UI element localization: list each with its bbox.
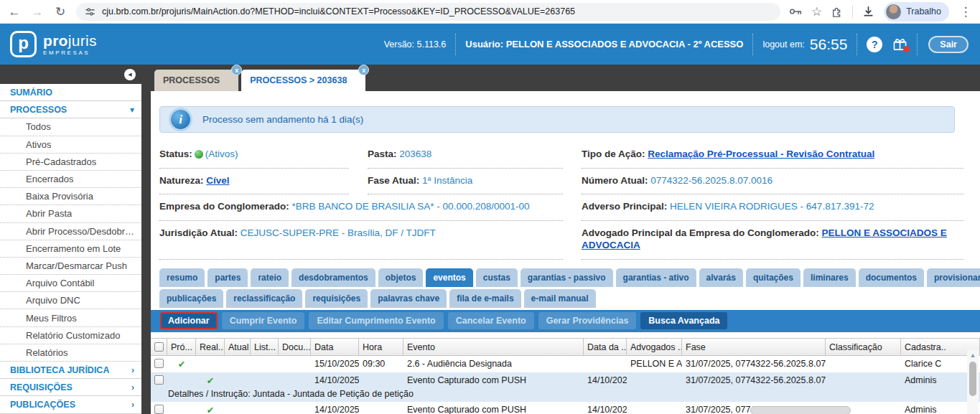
column-header-pr[interactable]: Pró...: [167, 338, 196, 356]
sidebar-item-label: Encerramento em Lote: [26, 243, 121, 254]
busca-avancada-button[interactable]: Busca Avançada: [640, 312, 727, 329]
cell-documento: [279, 372, 311, 389]
subtab-quitacoes[interactable]: quitações: [746, 268, 801, 287]
subtab-desdobramentos[interactable]: desdobramentos: [291, 268, 375, 287]
bookmark-star-icon[interactable]: ☆: [811, 6, 822, 18]
sidebar-item-marcar-desmarcar-push[interactable]: Marcar/Desmarcar Push: [0, 258, 141, 275]
subtab-partes[interactable]: partes: [207, 268, 248, 287]
sidebar-item-sumario[interactable]: SUMÁRIO: [0, 84, 141, 101]
column-header-docu[interactable]: Docu...: [279, 338, 311, 356]
subtab-publicacoes[interactable]: publicações: [159, 289, 223, 308]
column-header-select[interactable]: [151, 338, 167, 356]
subtab-documentos[interactable]: documentos: [859, 268, 924, 287]
user-text: Usuário: PELLON E ASSOCIADOS E ADVOCACIA…: [465, 39, 743, 50]
sidebar-item-pre-cadastrados[interactable]: Pré-Cadastrados: [0, 154, 141, 171]
sidebar-item-encerrados[interactable]: Encerrados: [0, 171, 141, 188]
sidebar-item-arquivo-contabil[interactable]: Arquivo Contábil: [0, 275, 141, 292]
address-bar[interactable]: cju.brb.com.br/projuris/MainAction.do?ME…: [76, 3, 780, 21]
subtab-palavras-chave[interactable]: palavras chave: [370, 289, 447, 308]
subtab-eventos[interactable]: eventos: [426, 268, 472, 287]
sair-button[interactable]: Sair: [928, 36, 969, 53]
chevron-down-icon: ▾: [130, 105, 134, 115]
reload-icon[interactable]: ↻: [53, 6, 67, 18]
subtab-garantias-passivo[interactable]: garantias - passivo: [521, 268, 613, 287]
subtab-provisionamento[interactable]: provisionamento: [927, 268, 980, 287]
divider: [857, 34, 857, 55]
column-header-fase[interactable]: Fase: [682, 338, 826, 356]
field-value: CEJUSC-SUPER-PRE - Brasília, DF / TJDFT: [241, 227, 436, 238]
row-checkbox[interactable]: [154, 359, 164, 368]
column-header-real[interactable]: Real...: [196, 338, 225, 356]
tab-processos[interactable]: PROCESSOSx: [154, 70, 238, 91]
column-header-classifica-o[interactable]: Classificação: [826, 338, 901, 356]
field-label: Número Atual:: [582, 175, 648, 186]
chevron-right-icon: ›: [131, 365, 134, 375]
subtab-rateio[interactable]: rateio: [251, 268, 289, 287]
natureza-link[interactable]: Cível: [206, 175, 229, 186]
column-header-hora[interactable]: Hora: [359, 338, 403, 356]
adicionar-button[interactable]: Adicionar: [160, 312, 218, 329]
sidebar-item-relatorio-customizado[interactable]: Relatório Customizado: [0, 327, 141, 344]
download-icon[interactable]: [862, 6, 874, 18]
cell-hora: 09:30: [359, 356, 403, 372]
subtab-email-manual[interactable]: e-mail manual: [524, 289, 596, 308]
subtab-liminares[interactable]: liminares: [803, 268, 856, 287]
process-details: Status:(Ativos) Pasta: 203638 Tipo de Aç…: [159, 142, 963, 260]
row-checkbox[interactable]: [154, 405, 164, 414]
close-tab-icon[interactable]: x: [358, 65, 369, 75]
sidebar-item-processos[interactable]: PROCESSOS▾: [0, 101, 141, 118]
subtab-garantias-ativo[interactable]: garantias - ativo: [616, 268, 696, 287]
sidebar-item-meus-filtros[interactable]: Meus Filtros: [0, 309, 141, 326]
content-row: ◀ SUMÁRIOPROCESSOS▾TodosAtivosPré-Cadast…: [0, 65, 980, 414]
sidebar-item-requisicoes[interactable]: REQUISIÇÕES›: [0, 379, 141, 396]
browser-profile[interactable]: Trabalho: [884, 2, 949, 22]
sidebar-nav: SUMÁRIOPROCESSOS▾TodosAtivosPré-Cadastra…: [0, 84, 141, 414]
back-icon[interactable]: ←: [7, 6, 22, 18]
sidebar-item-todos[interactable]: Todos: [0, 118, 141, 136]
sidebar-item-encerramento-em-lote[interactable]: Encerramento em Lote: [0, 240, 141, 258]
help-icon[interactable]: ?: [867, 37, 882, 52]
horizontal-scrollbar-thumb[interactable]: [750, 406, 851, 414]
tipo-de-acao-link[interactable]: Reclamação Pré-Processual - Revisão Cont…: [648, 149, 874, 159]
gift-icon[interactable]: [892, 37, 907, 51]
table-vertical-scrollbar[interactable]: ▲: [967, 350, 979, 414]
scroll-up-icon[interactable]: ▲: [970, 352, 976, 359]
password-key-icon[interactable]: [789, 6, 802, 17]
column-header-list[interactable]: List...: [251, 338, 279, 356]
cell-atual: [225, 402, 251, 414]
url-input[interactable]: cju.brb.com.br/projuris/MainAction.do?ME…: [102, 6, 772, 17]
subtab-objetos[interactable]: objetos: [378, 268, 424, 287]
close-tab-icon[interactable]: x: [231, 65, 242, 75]
sidebar-item-publicacoes[interactable]: PUBLICAÇÕES›: [0, 396, 141, 413]
tab-processos-203638[interactable]: PROCESSOS > 203638x: [241, 70, 365, 91]
header-right: Versão: 5.113.6 Usuário: PELLON E ASSOCI…: [384, 34, 969, 55]
sidebar-item-biblioteca-juridica[interactable]: BIBLIOTECA JURÍDICA›: [0, 362, 141, 379]
subtab-custas[interactable]: custas: [476, 268, 518, 287]
sidebar-item-baixa-provisoria[interactable]: Baixa Provisória: [0, 188, 141, 205]
forward-icon[interactable]: →: [30, 6, 45, 18]
subtab-requisicoes[interactable]: requisições: [305, 289, 368, 308]
sidebar-collapse-icon[interactable]: ◀: [124, 69, 136, 80]
subtab-fila-de-emails[interactable]: fila de e-mails: [449, 289, 521, 308]
column-header-data[interactable]: Data: [311, 338, 359, 356]
browser-menu-icon[interactable]: ⋮: [958, 6, 973, 18]
select-all-checkbox[interactable]: [154, 342, 164, 352]
subtab-resumo[interactable]: resumo: [159, 268, 205, 287]
sidebar-item-abrir-pasta[interactable]: Abrir Pasta: [0, 205, 141, 222]
column-header-evento[interactable]: Evento: [403, 338, 584, 356]
sidebar-item-label: PROCESSOS: [10, 105, 67, 115]
scrollbar-thumb[interactable]: [969, 362, 976, 396]
sidebar-item-abrir-processo-desdobramento[interactable]: Abrir Processo/Desdobramento: [0, 223, 141, 240]
subtab-reclassificacao[interactable]: reclassificação: [226, 289, 302, 308]
column-header-atual[interactable]: Atual: [225, 338, 251, 356]
sidebar-item-ativos[interactable]: Ativos: [0, 136, 141, 154]
row-checkbox[interactable]: [154, 375, 164, 385]
cell-advogados: [627, 402, 682, 414]
subtab-alvaras[interactable]: alvarás: [699, 268, 743, 287]
sidebar-item-arquivo-dnc[interactable]: Arquivo DNC: [0, 292, 141, 309]
sidebar-item-relatorios[interactable]: Relatórios: [0, 344, 141, 362]
column-header-data-da[interactable]: Data da ...: [584, 338, 627, 356]
site-settings-icon[interactable]: [85, 6, 95, 17]
column-header-advogados[interactable]: Advogados ...: [627, 338, 682, 356]
extensions-icon[interactable]: [831, 6, 843, 17]
